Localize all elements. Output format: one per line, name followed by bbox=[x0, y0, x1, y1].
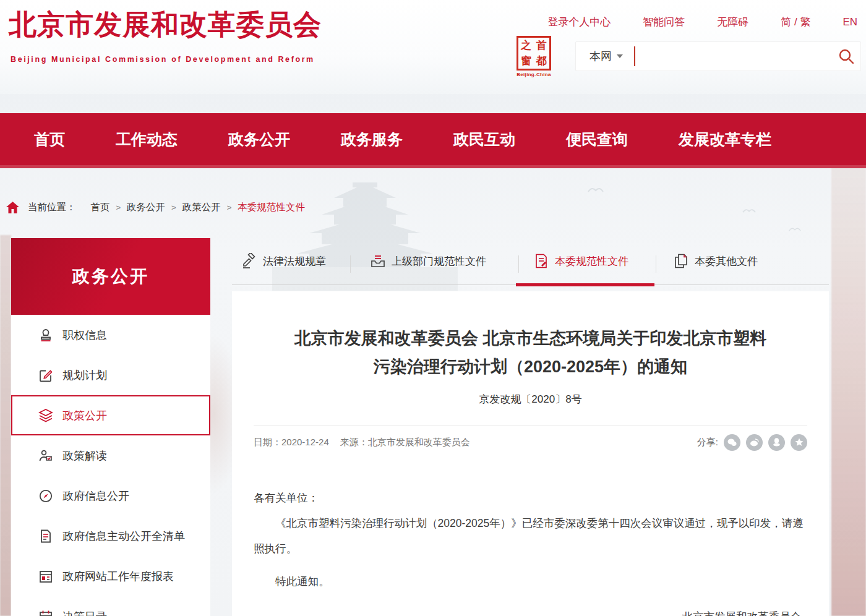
beijing-china-seal-logo[interactable]: 之 首 窗 都 Beijing-China bbox=[515, 36, 552, 77]
nav-item-reform-column[interactable]: 发展改革专栏 bbox=[679, 129, 771, 150]
salutation: 各有关单位： bbox=[254, 486, 807, 511]
tab-commission-normative-docs[interactable]: 本委规范性文件 bbox=[533, 253, 628, 269]
nav-item-interaction[interactable]: 政民互动 bbox=[453, 129, 515, 150]
sidebar-item-proactive-disclosure-list[interactable]: 政府信息主动公开全清单 bbox=[11, 516, 210, 556]
nav-item-home[interactable]: 首页 bbox=[34, 129, 65, 150]
share-label: 分享: bbox=[697, 437, 718, 448]
paragraph-main: 《北京市塑料污染治理行动计划（2020-2025年）》已经市委深改委第十四次会议… bbox=[254, 511, 807, 562]
search-icon bbox=[838, 48, 854, 64]
sidebar-item-annual-report[interactable]: 政府网站工作年度报表 bbox=[11, 556, 210, 596]
search-scope-label: 本网 bbox=[589, 49, 612, 64]
seal-char: 都 bbox=[534, 53, 549, 69]
sidebar-item-authority-info[interactable]: 职权信息 bbox=[11, 315, 210, 355]
breadcrumb-separator: > bbox=[227, 203, 232, 212]
tab-superior-normative-docs[interactable]: 上级部门规范性文件 bbox=[370, 253, 486, 269]
gavel-icon bbox=[241, 253, 257, 269]
tab-separator bbox=[350, 255, 351, 273]
sidebar-item-planning[interactable]: 规划计划 bbox=[11, 355, 210, 395]
article-source: 北京市发展和改革委员会 bbox=[368, 437, 470, 447]
login-link[interactable]: 登录个人中心 bbox=[547, 15, 611, 29]
sidebar-item-label: 政府信息主动公开全清单 bbox=[62, 529, 185, 544]
accessibility-link[interactable]: 无障碍 bbox=[717, 15, 748, 29]
nav-item-work-news[interactable]: 工作动态 bbox=[116, 129, 178, 150]
bird-icon bbox=[588, 186, 604, 193]
article-date: 2020-12-24 bbox=[281, 437, 329, 447]
share-bar: 分享: bbox=[697, 434, 807, 451]
main-content: 法律法规规章 上级部门规范性文件 本委规范性文件 本委其他文件 北京市发展和改革… bbox=[232, 244, 829, 616]
active-tab-underline bbox=[516, 283, 654, 286]
bird-icon bbox=[789, 226, 801, 232]
calendar-icon bbox=[38, 609, 53, 616]
inbox-icon bbox=[370, 253, 386, 269]
seal-caption: Beijing-China bbox=[515, 72, 552, 77]
search-caret bbox=[634, 46, 635, 66]
tab-commission-other-docs[interactable]: 本委其他文件 bbox=[673, 253, 758, 269]
layers-icon bbox=[38, 408, 53, 423]
edit-icon bbox=[38, 368, 53, 383]
tab-label: 本委其他文件 bbox=[695, 254, 758, 268]
category-tabs: 法律法规规章 上级部门规范性文件 本委规范性文件 本委其他文件 bbox=[232, 244, 829, 285]
seal-icon: 之 首 窗 都 bbox=[517, 36, 551, 71]
main-nav: 首页 工作动态 政务公开 政务服务 政民互动 便民查询 发展改革专栏 bbox=[0, 113, 866, 168]
date-label: 日期： bbox=[254, 437, 281, 447]
smart-qa-link[interactable]: 智能问答 bbox=[643, 15, 685, 29]
weibo-share-button[interactable] bbox=[746, 434, 763, 451]
utility-links: 登录个人中心 智能问答 无障碍 简 / 繁 EN bbox=[515, 15, 857, 29]
qq-icon bbox=[773, 438, 781, 447]
tab-laws-regulations[interactable]: 法律法规规章 bbox=[241, 253, 326, 269]
tab-separator bbox=[518, 255, 519, 273]
sidebar-item-label: 规划计划 bbox=[62, 368, 107, 383]
search-scope-dropdown[interactable]: 本网 bbox=[576, 49, 634, 64]
files-icon bbox=[673, 253, 689, 269]
sidebar-item-policy-interpretation[interactable]: 政策解读 bbox=[11, 435, 210, 476]
doc-list-icon bbox=[38, 529, 53, 544]
breadcrumb-policy[interactable]: 政策公开 bbox=[182, 201, 221, 214]
interpret-icon bbox=[38, 448, 53, 463]
article-title-line2: 污染治理行动计划（2020-2025年）的通知 bbox=[374, 357, 687, 376]
search-button[interactable] bbox=[832, 42, 860, 71]
article-meta: 日期：2020-12-24来源：北京市发展和改革委员会 分享: bbox=[254, 434, 807, 451]
home-icon[interactable] bbox=[6, 202, 19, 213]
sidebar: 政务公开 职权信息 规划计划 政策公开 政策解读 bbox=[11, 238, 210, 616]
nav-item-convenient-query[interactable]: 便民查询 bbox=[566, 129, 628, 150]
tab-label: 上级部门规范性文件 bbox=[392, 254, 486, 268]
seal-char: 之 bbox=[518, 38, 534, 53]
sidebar-item-decision-catalog[interactable]: 决策目录 bbox=[11, 596, 210, 616]
site-header: 北京市发展和改革委员会 Beijing Municipal Commission… bbox=[0, 0, 866, 94]
sidebar-item-label: 职权信息 bbox=[62, 328, 107, 343]
wechat-share-button[interactable] bbox=[724, 434, 740, 451]
chevron-down-icon bbox=[617, 54, 623, 58]
breadcrumb: 当前位置： 首页 > 政务公开 > 政策公开 > 本委规范性文件 bbox=[0, 195, 866, 219]
sidebar-item-policy-disclosure[interactable]: 政策公开 bbox=[11, 395, 210, 435]
article-title-line1: 北京市发展和改革委员会 北京市生态环境局关于印发北京市塑料 bbox=[294, 329, 767, 348]
article-title: 北京市发展和改革委员会 北京市生态环境局关于印发北京市塑料污染治理行动计划（20… bbox=[254, 325, 807, 382]
breadcrumb-current[interactable]: 本委规范性文件 bbox=[238, 201, 305, 214]
search-bar: 本网 bbox=[575, 41, 861, 71]
breadcrumb-separator: > bbox=[171, 203, 176, 212]
sidebar-item-gov-info-disclosure[interactable]: 政府信息公开 bbox=[11, 476, 210, 516]
signature: 北京市发展和改革委员会 bbox=[254, 604, 807, 616]
breadcrumb-home[interactable]: 首页 bbox=[91, 201, 110, 214]
document-number: 京发改规〔2020〕8号 bbox=[254, 392, 807, 406]
english-link[interactable]: EN bbox=[842, 16, 857, 28]
tab-label: 法律法规规章 bbox=[263, 254, 326, 268]
site-logo-title[interactable]: 北京市发展和改革委员会 bbox=[9, 6, 322, 43]
wechat-icon bbox=[727, 438, 737, 447]
weibo-icon bbox=[750, 438, 759, 447]
breadcrumb-label: 当前位置： bbox=[28, 201, 76, 214]
doc-edit-icon bbox=[533, 253, 549, 269]
article-body: 各有关单位： 《北京市塑料污染治理行动计划（2020-2025年）》已经市委深改… bbox=[254, 486, 807, 616]
nav-item-gov-affairs[interactable]: 政务公开 bbox=[228, 129, 290, 150]
search-input[interactable] bbox=[641, 42, 832, 71]
qq-share-button[interactable] bbox=[768, 434, 785, 451]
simplified-traditional-link[interactable]: 简 / 繁 bbox=[781, 15, 810, 29]
sidebar-list: 职权信息 规划计划 政策公开 政策解读 政府信息公开 bbox=[11, 315, 210, 616]
breadcrumb-gov-affairs[interactable]: 政务公开 bbox=[127, 201, 165, 214]
compass-icon bbox=[38, 489, 53, 503]
article-card: 北京市发展和改革委员会 北京市生态环境局关于印发北京市塑料污染治理行动计划（20… bbox=[232, 291, 829, 616]
favorite-share-button[interactable] bbox=[791, 434, 807, 451]
seal-char: 首 bbox=[534, 38, 549, 53]
nav-item-gov-services[interactable]: 政务服务 bbox=[341, 129, 403, 150]
sidebar-item-label: 政府网站工作年度报表 bbox=[62, 569, 174, 584]
right-photo-strip bbox=[831, 158, 866, 616]
